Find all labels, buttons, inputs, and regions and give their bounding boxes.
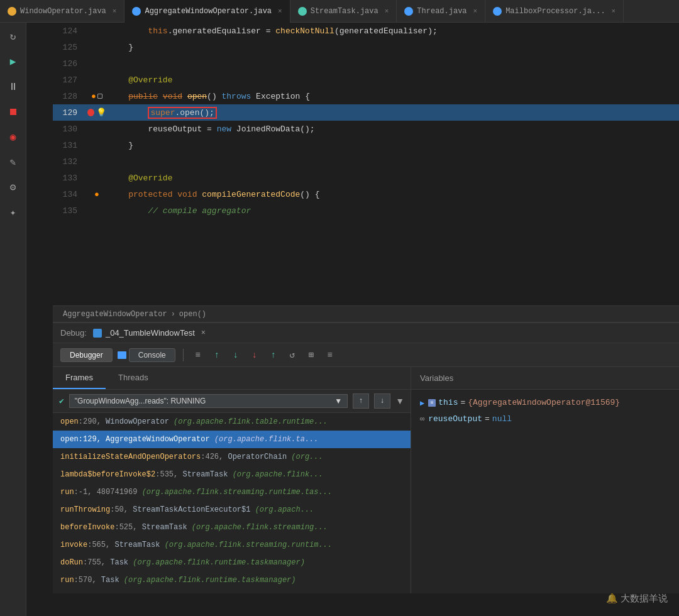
threads-tab[interactable]: Threads <box>106 367 161 389</box>
variables-list: ▶ ≡ this = {AggregateWindowOperator@1156… <box>411 390 679 432</box>
frame-item[interactable]: open:290, WindowOperator (org.apache.fli… <box>53 413 411 431</box>
code-line-134: 134 ● protected void compileGeneratedCod… <box>53 186 679 202</box>
variables-panel: Variables ▶ ≡ this = {AggregateWindowOpe… <box>411 367 679 593</box>
frame-item[interactable]: run:570, Task (org.apache.flink.runtime.… <box>53 571 411 589</box>
expand-arrow-icon: ▶ <box>420 399 424 408</box>
code-line-129: 129 💡 super.open(); <box>53 104 679 121</box>
breadcrumb: AggregateWindowOperator › open() <box>53 305 679 322</box>
run-to-cursor-icon-tb[interactable]: ↺ <box>285 348 299 362</box>
settings-icon[interactable]: ⚙ <box>4 179 22 196</box>
frames-tab[interactable]: Frames <box>53 367 106 389</box>
pause-icon[interactable]: ⏸ <box>4 78 22 96</box>
code-line-130: 130 reuseOutput = new JoinedRowData(); <box>53 121 679 137</box>
bulb-icon: 💡 <box>96 107 106 118</box>
code-line-128: 128 ● public void open() throws Exceptio… <box>53 88 679 104</box>
debugger-tab-btn[interactable]: Debugger <box>60 348 113 362</box>
infinity-icon: ∞ <box>420 415 424 424</box>
thread-selector: ✔ "GroupWindowAgg...reads": RUNNING ▼ ↑ … <box>53 390 411 413</box>
frame-item[interactable]: invoke:565, StreamTask (org.apache.flink… <box>53 536 411 554</box>
frame-item-selected[interactable]: open:129, AggregateWindowOperator (org.a… <box>53 431 411 448</box>
frame-item[interactable]: doRun:755, Task (org.apache.flink.runtim… <box>53 554 411 571</box>
breakpoint-outline <box>97 94 102 99</box>
panel-tabs: Frames Threads <box>53 367 411 390</box>
code-editor: 124 this.generatedEqualiser = checkNotNu… <box>53 23 679 305</box>
settings-toolbar-icon[interactable]: ≡ <box>323 348 337 362</box>
tab-thread[interactable]: Thread.java × <box>397 0 485 23</box>
debug-content: Frames Threads ✔ "GroupWindowAgg...reads… <box>53 367 679 593</box>
record-icon[interactable]: ◉ <box>4 128 22 146</box>
debug-bar: Debug: _04_TumbleWindowTest × <box>53 322 679 343</box>
variable-this[interactable]: ▶ ≡ this = {AggregateWindowOperator@1156… <box>411 395 679 411</box>
frame-item[interactable]: run:-1, 480741969 (org.apache.flink.stre… <box>53 483 411 501</box>
variables-header: Variables <box>411 367 679 390</box>
debug-toolbar: Debugger Console ≡ ↑ ↓ ↓ ↑ ↺ ⊞ ≡ <box>53 343 679 367</box>
code-line-135: 135 // compile aggregator <box>53 202 679 219</box>
filter-btn[interactable]: ▼ <box>395 396 404 406</box>
step-into-icon[interactable]: ↓ <box>229 348 243 362</box>
resume-icon[interactable]: ↻ <box>4 28 22 45</box>
check-icon: ✔ <box>59 396 64 406</box>
frame-item[interactable]: beforeInvoke:525, StreamTask (org.apache… <box>53 519 411 536</box>
code-line-133: 133 @Override <box>53 170 679 186</box>
thread-down-btn[interactable]: ↓ <box>374 393 390 409</box>
show-all-frames-icon[interactable]: ≡ <box>191 348 205 362</box>
code-line-131: 131 } <box>53 137 679 153</box>
step-over-icon[interactable]: ↑ <box>210 348 224 362</box>
code-line-127: 127 @Override <box>53 72 679 88</box>
thread-dropdown[interactable]: "GroupWindowAgg...reads": RUNNING ▼ <box>69 394 348 408</box>
frame-item[interactable]: run:748, Thread (java.lang) <box>53 589 411 593</box>
edit-icon[interactable]: ✎ <box>4 153 22 171</box>
frame-item[interactable]: lambda$beforeInvoke$2:535, StreamTask (o… <box>53 466 411 483</box>
step-out-icon[interactable]: ↑ <box>267 348 280 362</box>
code-line-124: 124 this.generatedEqualiser = checkNotNu… <box>53 23 679 39</box>
java-file-icon-4 <box>404 7 413 16</box>
tab-window-operator[interactable]: WindowOperator.java × <box>0 0 124 23</box>
force-step-into-icon[interactable]: ↓ <box>248 348 262 362</box>
pin-icon[interactable]: ✦ <box>4 204 22 221</box>
frame-item[interactable]: initializeStateAndOpenOperators:426, Ope… <box>53 448 411 466</box>
frames-panel: Frames Threads ✔ "GroupWindowAgg...reads… <box>53 367 411 593</box>
thread-up-btn[interactable]: ↑ <box>353 393 369 409</box>
tab-bar: WindowOperator.java × AggregateWindowOpe… <box>0 0 679 23</box>
left-sidebar: ↻ ▶ ⏸ ⏹ ◉ ✎ ⚙ ✦ <box>0 23 26 616</box>
stop-icon[interactable]: ⏹ <box>4 103 22 121</box>
run-icon-134: ● <box>94 190 99 199</box>
code-line-132: 132 <box>53 153 679 170</box>
console-icon <box>118 351 126 359</box>
tab-stream-task[interactable]: StreamTask.java × <box>290 0 397 23</box>
run-to-cursor-icon: ● <box>91 92 96 101</box>
variable-reuse-output[interactable]: ∞ reuseOutput = null <box>411 411 679 427</box>
frames-list: open:290, WindowOperator (org.apache.fli… <box>53 413 411 593</box>
evaluate-expression-icon[interactable]: ⊞ <box>304 348 318 362</box>
java-file-icon-2 <box>132 7 141 16</box>
frame-item[interactable]: runThrowing:50, StreamTaskActionExecutor… <box>53 501 411 519</box>
play-icon[interactable]: ▶ <box>4 53 22 70</box>
debug-session-icon <box>93 329 102 338</box>
breakpoint-dot <box>87 109 94 116</box>
field-icon: ≡ <box>428 399 436 407</box>
java-file-icon <box>8 7 16 16</box>
console-tab-btn[interactable]: Console <box>129 348 175 362</box>
watermark: 🔔 大数据羊说 <box>606 593 668 605</box>
java-file-icon-3 <box>298 7 307 16</box>
code-line-125: 125 } <box>53 39 679 55</box>
code-line-126: 126 <box>53 55 679 72</box>
tab-aggregate-window-operator[interactable]: AggregateWindowOperator.java × <box>124 0 290 23</box>
java-file-icon-5 <box>493 7 502 16</box>
tab-mailbox-processor[interactable]: MailboxProcessor.ja... × <box>485 0 624 23</box>
